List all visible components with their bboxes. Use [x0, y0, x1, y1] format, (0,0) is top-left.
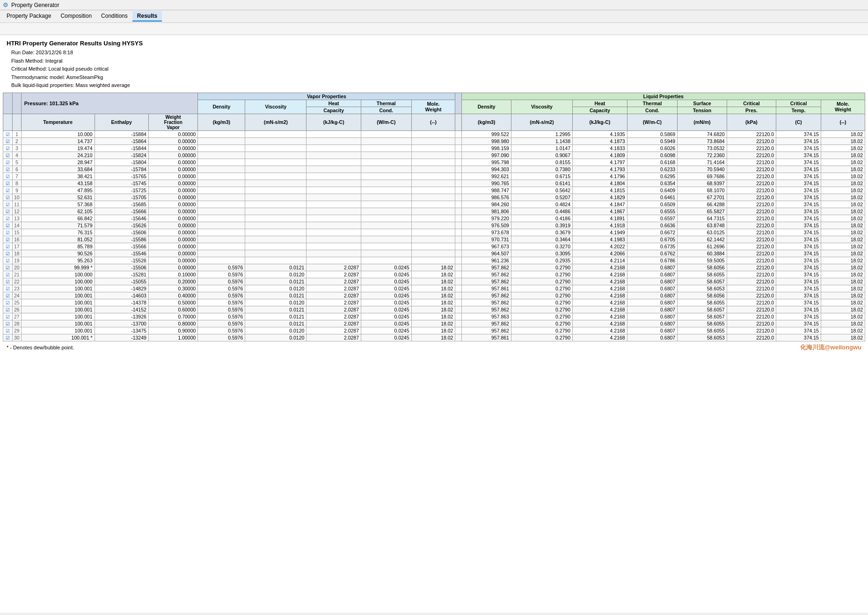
liquid-surface-tension: 69.7686	[678, 173, 727, 180]
liquid-thermal-cond: 0.6807	[627, 264, 678, 271]
checkbox-cell[interactable]: ☑	[3, 187, 13, 194]
separator	[455, 327, 462, 334]
liquid-surface-tension: 58.6055	[678, 327, 727, 334]
vapor-density	[198, 208, 245, 215]
checkbox-cell[interactable]: ☑	[3, 152, 13, 159]
liquid-viscosity: 0.6141	[511, 180, 572, 187]
temperature: 19.474	[21, 145, 95, 152]
th-lcp-unit: (kPa)	[727, 114, 776, 130]
separator	[455, 222, 462, 229]
checkbox-cell[interactable]: ☑	[3, 173, 13, 180]
menu-item-property-package[interactable]: Property Package	[2, 11, 56, 22]
liquid-mole-weight: 18.02	[821, 229, 865, 236]
liquid-density: 973.678	[462, 229, 511, 236]
liquid-critical-temp: 374.15	[776, 313, 821, 320]
row-number: 17	[13, 243, 22, 250]
th-l-tc2: Cond.	[627, 107, 678, 114]
liquid-viscosity: 0.2790	[511, 313, 572, 320]
checkbox-cell[interactable]: ☑	[3, 137, 13, 145]
liquid-density: 961.236	[462, 257, 511, 264]
liquid-mole-weight: 18.02	[821, 236, 865, 243]
row-number: 13	[13, 215, 22, 222]
liquid-viscosity: 0.3919	[511, 222, 572, 229]
vapor-heat-capacity: 2.0287	[306, 278, 361, 285]
checkbox-cell[interactable]: ☑	[3, 159, 13, 166]
liquid-heat-capacity: 4.1833	[573, 145, 627, 152]
enthalpy: -15784	[95, 166, 148, 173]
checkbox-cell[interactable]: ☑	[3, 236, 13, 243]
vapor-density	[198, 180, 245, 187]
weight-fraction-vapor: 0.50000	[148, 299, 198, 306]
checkbox-cell[interactable]: ☑	[3, 257, 13, 264]
checkbox-cell[interactable]: ☑	[3, 208, 13, 215]
temperature: 85.789	[21, 243, 95, 250]
checkbox-cell[interactable]: ☑	[3, 145, 13, 152]
vapor-mole-weight	[411, 173, 455, 180]
checkbox-cell[interactable]: ☑	[3, 285, 13, 292]
liquid-density: 964.507	[462, 250, 511, 257]
content-area: HTRI Property Generator Results Using HY…	[0, 35, 868, 613]
liquid-thermal-cond: 0.6354	[627, 180, 678, 187]
liquid-density: 957.861	[462, 285, 511, 292]
checkbox-cell[interactable]: ☑	[3, 215, 13, 222]
checkbox-cell[interactable]: ☑	[3, 271, 13, 278]
liquid-heat-capacity: 4.1793	[573, 166, 627, 173]
vapor-mole-weight	[411, 250, 455, 257]
checkbox-cell[interactable]: ☑	[3, 278, 13, 285]
vapor-mole-weight: 18.02	[411, 306, 455, 313]
checkbox-cell[interactable]: ☑	[3, 292, 13, 299]
liquid-thermal-cond: 0.6555	[627, 208, 678, 215]
liquid-critical-pres: 22120.0	[727, 271, 776, 278]
checkbox-cell[interactable]: ☑	[3, 299, 13, 306]
liquid-surface-tension: 58.6056	[678, 292, 727, 299]
checkbox-cell[interactable]: ☑	[3, 320, 13, 327]
checkbox-cell[interactable]: ☑	[3, 264, 13, 271]
liquid-critical-temp: 374.15	[776, 130, 821, 137]
th-vv-unit: (mN-s/m2)	[245, 114, 306, 130]
liquid-thermal-cond: 0.6807	[627, 313, 678, 320]
separator	[455, 194, 462, 201]
liquid-viscosity: 0.4486	[511, 208, 572, 215]
weight-fraction-vapor: 0.00000	[148, 194, 198, 201]
liquid-mole-weight: 18.02	[821, 327, 865, 334]
liquid-viscosity: 0.5207	[511, 194, 572, 201]
checkbox-cell[interactable]: ☑	[3, 250, 13, 257]
vapor-heat-capacity	[306, 152, 361, 159]
vapor-viscosity	[245, 201, 306, 208]
checkbox-cell[interactable]: ☑	[3, 334, 13, 341]
th-v-tc2: Cond.	[361, 107, 412, 114]
vapor-density: 0.5976	[198, 306, 245, 313]
menu-item-results[interactable]: Results	[132, 11, 162, 22]
temperature: 100.001	[21, 292, 95, 299]
menu-item-composition[interactable]: Composition	[56, 11, 96, 22]
vapor-heat-capacity	[306, 236, 361, 243]
liquid-surface-tension: 63.0125	[678, 229, 727, 236]
checkbox-cell[interactable]: ☑	[3, 130, 13, 137]
checkbox-cell[interactable]: ☑	[3, 327, 13, 334]
vapor-thermal-cond	[361, 222, 412, 229]
liquid-heat-capacity: 4.2066	[573, 250, 627, 257]
liquid-critical-temp: 374.15	[776, 292, 821, 299]
checkbox-cell[interactable]: ☑	[3, 180, 13, 187]
liquid-heat-capacity: 4.2168	[573, 306, 627, 313]
checkbox-cell[interactable]: ☑	[3, 243, 13, 250]
checkbox-cell[interactable]: ☑	[3, 166, 13, 173]
vapor-mole-weight: 18.02	[411, 327, 455, 334]
vapor-heat-capacity	[306, 173, 361, 180]
vapor-viscosity	[245, 137, 306, 145]
liquid-density: 957.862	[462, 264, 511, 271]
vapor-thermal-cond: 0.0245	[361, 327, 412, 334]
liquid-viscosity: 0.2790	[511, 327, 572, 334]
menu-item-conditions[interactable]: Conditions	[96, 11, 132, 22]
liquid-viscosity: 1.1438	[511, 137, 572, 145]
checkbox-cell[interactable]: ☑	[3, 201, 13, 208]
checkbox-cell[interactable]: ☑	[3, 194, 13, 201]
checkbox-cell[interactable]: ☑	[3, 229, 13, 236]
vapor-viscosity	[245, 236, 306, 243]
checkbox-cell[interactable]: ☑	[3, 222, 13, 229]
liquid-heat-capacity: 4.2168	[573, 320, 627, 327]
liquid-viscosity: 0.2790	[511, 306, 572, 313]
checkbox-cell[interactable]: ☑	[3, 313, 13, 320]
vapor-mole-weight: 18.02	[411, 320, 455, 327]
checkbox-cell[interactable]: ☑	[3, 306, 13, 313]
